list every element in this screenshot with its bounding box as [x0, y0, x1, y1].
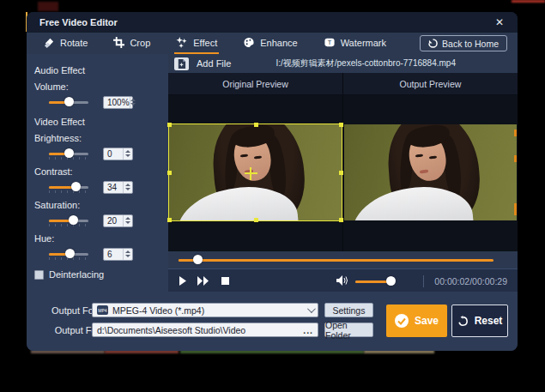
- output-format-dropdown[interactable]: MP4 MPEG-4 Video (*.mp4): [92, 303, 318, 317]
- file-toolbar: Add File I:/视频剪辑素材/pexels-cottonbro-7716…: [168, 54, 518, 73]
- volume-slider[interactable]: [49, 95, 88, 109]
- volume-label: Volume:: [34, 81, 168, 92]
- spinner-arrows-icon[interactable]: [130, 97, 136, 108]
- tab-enhance[interactable]: Enhance: [241, 33, 299, 54]
- edge-artifact: [514, 155, 517, 162]
- seek-slider[interactable]: [179, 253, 494, 267]
- brightness-slider[interactable]: [49, 147, 88, 160]
- mp4-format-icon: MP4: [97, 305, 108, 315]
- close-icon[interactable]: ✕: [492, 16, 507, 28]
- spinner-arrows-icon[interactable]: [123, 148, 132, 160]
- spinner-arrows-icon[interactable]: [123, 215, 132, 226]
- effects-sidebar: Audio Effect Volume: 100% Video Effect B…: [27, 54, 168, 292]
- original-preview-pane: [168, 95, 342, 251]
- selection-handle[interactable]: [167, 123, 172, 127]
- hue-slider[interactable]: [49, 247, 88, 261]
- tab-rotate[interactable]: Rotate: [42, 33, 89, 54]
- brightness-label: Brightness:: [34, 133, 168, 143]
- play-icon: [179, 276, 187, 286]
- brightness-value: 0: [104, 149, 123, 159]
- tab-crop[interactable]: Crop: [112, 33, 152, 54]
- player-volume-slider[interactable]: [355, 274, 395, 288]
- output-folder-value: d:\Documents\Aiseesoft Studio\Video: [97, 325, 245, 335]
- preview-labels: Original Preview Output Preview: [168, 73, 518, 95]
- open-folder-button[interactable]: Open Folder: [324, 323, 373, 337]
- tab-label: Enhance: [260, 38, 297, 48]
- settings-button[interactable]: Settings: [324, 303, 373, 317]
- crop-icon: [113, 37, 124, 48]
- saturation-label: Saturation:: [34, 200, 168, 210]
- speaker-icon[interactable]: [336, 274, 348, 289]
- stop-icon: [221, 277, 229, 285]
- brightness-spinner[interactable]: 0: [103, 148, 133, 160]
- player-volume-thumb[interactable]: [386, 276, 396, 286]
- selection-crosshair-icon: [250, 167, 251, 180]
- settings-label: Settings: [333, 305, 366, 316]
- time-display: 00:00:02/00:00:29: [434, 276, 507, 286]
- chevron-down-icon: [307, 305, 316, 313]
- seek-slider-thumb[interactable]: [193, 255, 203, 264]
- tab-label: Watermark: [341, 38, 386, 48]
- hue-slider-thumb[interactable]: [65, 249, 75, 258]
- loaded-file-path: I:/视频剪辑素材/pexels-cottonbro-7716884.mp4: [231, 57, 518, 69]
- play-button[interactable]: [179, 276, 187, 286]
- watermark-icon: T: [324, 37, 336, 48]
- output-folder-input[interactable]: d:\Documents\Aiseesoft Studio\Video ...: [92, 323, 318, 337]
- crop-selection-box[interactable]: [168, 124, 342, 221]
- brightness-slider-thumb[interactable]: [64, 148, 74, 158]
- volume-spinner[interactable]: 100%: [103, 96, 133, 109]
- edge-artifact: [514, 203, 517, 215]
- contrast-spinner[interactable]: 34: [103, 181, 133, 194]
- output-video-frame: [344, 124, 517, 220]
- check-icon: [395, 314, 409, 328]
- deinterlacing-checkbox[interactable]: [34, 270, 44, 280]
- output-preview-label: Output Preview: [343, 73, 518, 94]
- contrast-value: 34: [104, 183, 123, 192]
- hue-spinner[interactable]: 6: [103, 248, 133, 261]
- rotate-icon: [44, 37, 55, 48]
- desktop-artifact: [512, 0, 545, 3]
- divider: [423, 275, 424, 287]
- saturation-spinner[interactable]: 20: [103, 214, 133, 227]
- transport-controls: 00:00:02/00:00:29: [168, 268, 518, 292]
- selection-handle[interactable]: [167, 171, 172, 175]
- audio-effect-heading: Audio Effect: [34, 65, 168, 75]
- add-file-button[interactable]: Add File: [197, 58, 231, 69]
- effect-icon: [176, 37, 188, 48]
- tab-label: Crop: [130, 38, 150, 48]
- saturation-value: 20: [104, 216, 123, 226]
- selection-handle[interactable]: [167, 218, 172, 222]
- saturation-slider[interactable]: [49, 214, 88, 227]
- tab-watermark[interactable]: T Watermark: [322, 33, 388, 54]
- browse-button[interactable]: ...: [303, 325, 313, 335]
- back-to-home-label: Back to Home: [442, 39, 499, 49]
- stop-button[interactable]: [220, 277, 229, 285]
- desktop: Free Video Editor ✕ Rotate Crop: [0, 0, 545, 392]
- selection-handle[interactable]: [254, 218, 258, 222]
- svg-text:MP4: MP4: [98, 308, 107, 313]
- save-button[interactable]: Save: [386, 305, 447, 337]
- app-window: Free Video Editor ✕ Rotate Crop: [27, 12, 518, 351]
- enhance-icon: [243, 37, 255, 48]
- contrast-slider-thumb[interactable]: [71, 182, 81, 191]
- seek-bar-row: [168, 251, 518, 268]
- save-label: Save: [415, 315, 439, 327]
- volume-value: 100%: [104, 98, 130, 107]
- fast-forward-button[interactable]: [197, 276, 209, 286]
- spinner-arrows-icon[interactable]: [123, 182, 132, 193]
- hue-value: 6: [104, 250, 123, 259]
- tab-effect[interactable]: Effect: [174, 33, 219, 54]
- window-title: Free Video Editor: [39, 17, 118, 27]
- hue-label: Hue:: [34, 233, 168, 244]
- add-file-icon[interactable]: [174, 57, 189, 70]
- saturation-slider-thumb[interactable]: [69, 215, 78, 225]
- volume-slider-thumb[interactable]: [64, 97, 74, 106]
- contrast-slider[interactable]: [49, 180, 88, 194]
- fast-forward-icon: [197, 276, 209, 286]
- reset-button[interactable]: Reset: [451, 305, 508, 337]
- back-to-home-button[interactable]: Back to Home: [420, 35, 507, 51]
- selection-handle[interactable]: [254, 123, 258, 127]
- reset-icon: [457, 316, 469, 327]
- spinner-arrows-icon[interactable]: [123, 249, 132, 260]
- contrast-label: Contrast:: [34, 166, 168, 177]
